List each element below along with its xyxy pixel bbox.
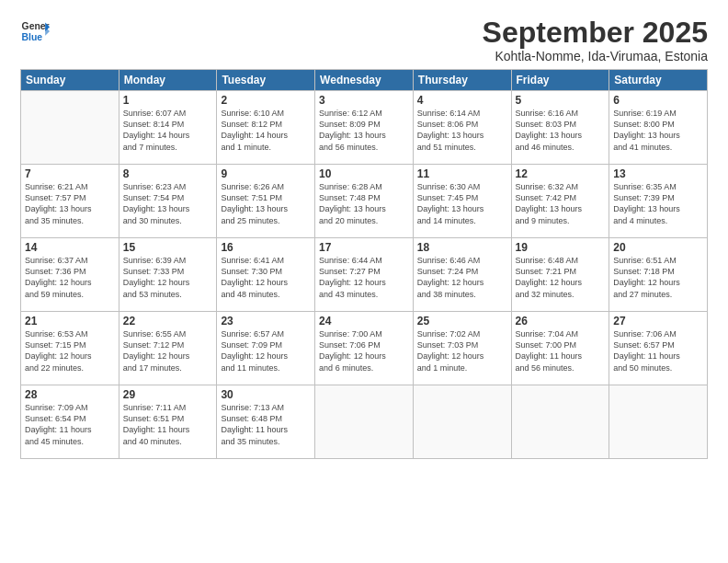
day-number: 20 <box>613 241 703 254</box>
svg-text:Blue: Blue <box>22 32 43 42</box>
week-row-3: 21Sunrise: 6:53 AM Sunset: 7:15 PM Dayli… <box>21 312 708 385</box>
calendar-cell: 1Sunrise: 6:07 AM Sunset: 8:14 PM Daylig… <box>119 91 217 165</box>
weekday-header-tuesday: Tuesday <box>217 70 315 91</box>
calendar-cell: 28Sunrise: 7:09 AM Sunset: 6:54 PM Dayli… <box>21 385 119 459</box>
day-number: 24 <box>319 315 409 327</box>
calendar-cell: 29Sunrise: 7:11 AM Sunset: 6:51 PM Dayli… <box>119 385 217 459</box>
day-info: Sunrise: 7:09 AM Sunset: 6:54 PM Dayligh… <box>25 402 115 447</box>
day-info: Sunrise: 6:37 AM Sunset: 7:36 PM Dayligh… <box>25 255 115 300</box>
day-info: Sunrise: 6:14 AM Sunset: 8:06 PM Dayligh… <box>417 108 507 153</box>
day-number: 11 <box>417 167 507 180</box>
day-info: Sunrise: 6:28 AM Sunset: 7:48 PM Dayligh… <box>319 181 409 226</box>
day-info: Sunrise: 7:06 AM Sunset: 6:57 PM Dayligh… <box>613 328 703 373</box>
day-info: Sunrise: 6:41 AM Sunset: 7:30 PM Dayligh… <box>221 255 311 300</box>
day-info: Sunrise: 6:30 AM Sunset: 7:45 PM Dayligh… <box>417 181 507 226</box>
calendar-cell: 30Sunrise: 7:13 AM Sunset: 6:48 PM Dayli… <box>217 385 315 459</box>
day-info: Sunrise: 7:00 AM Sunset: 7:06 PM Dayligh… <box>319 328 409 373</box>
day-number: 18 <box>417 241 507 254</box>
day-info: Sunrise: 6:46 AM Sunset: 7:24 PM Dayligh… <box>417 255 507 300</box>
day-info: Sunrise: 6:26 AM Sunset: 7:51 PM Dayligh… <box>221 181 311 226</box>
day-number: 25 <box>417 315 507 327</box>
calendar-cell <box>21 91 119 165</box>
day-number: 5 <box>516 94 606 107</box>
day-number: 19 <box>516 241 606 254</box>
calendar-cell: 12Sunrise: 6:32 AM Sunset: 7:42 PM Dayli… <box>511 165 609 238</box>
day-number: 21 <box>25 315 115 327</box>
calendar-cell: 18Sunrise: 6:46 AM Sunset: 7:24 PM Dayli… <box>413 238 511 312</box>
day-info: Sunrise: 6:53 AM Sunset: 7:15 PM Dayligh… <box>25 328 115 373</box>
day-number: 28 <box>25 388 115 401</box>
week-row-0: 1Sunrise: 6:07 AM Sunset: 8:14 PM Daylig… <box>21 91 708 165</box>
calendar-cell: 13Sunrise: 6:35 AM Sunset: 7:39 PM Dayli… <box>609 165 708 238</box>
day-info: Sunrise: 7:02 AM Sunset: 7:03 PM Dayligh… <box>417 328 507 373</box>
day-number: 23 <box>221 315 311 327</box>
day-info: Sunrise: 6:55 AM Sunset: 7:12 PM Dayligh… <box>123 328 213 373</box>
calendar-cell <box>609 385 708 459</box>
day-info: Sunrise: 7:04 AM Sunset: 7:00 PM Dayligh… <box>516 328 606 373</box>
logo: General Blue <box>20 17 50 46</box>
calendar-cell: 17Sunrise: 6:44 AM Sunset: 7:27 PM Dayli… <box>315 238 414 312</box>
day-number: 7 <box>25 167 115 180</box>
calendar-cell: 8Sunrise: 6:23 AM Sunset: 7:54 PM Daylig… <box>119 165 217 238</box>
calendar-cell: 11Sunrise: 6:30 AM Sunset: 7:45 PM Dayli… <box>413 165 511 238</box>
day-info: Sunrise: 6:39 AM Sunset: 7:33 PM Dayligh… <box>123 255 213 300</box>
day-number: 22 <box>123 315 213 327</box>
calendar-cell: 7Sunrise: 6:21 AM Sunset: 7:57 PM Daylig… <box>21 165 119 238</box>
weekday-header-saturday: Saturday <box>609 70 708 91</box>
day-number: 9 <box>221 167 311 180</box>
calendar-cell: 23Sunrise: 6:57 AM Sunset: 7:09 PM Dayli… <box>217 312 315 385</box>
day-number: 17 <box>319 241 409 254</box>
calendar-cell: 21Sunrise: 6:53 AM Sunset: 7:15 PM Dayli… <box>21 312 119 385</box>
day-number: 10 <box>319 167 409 180</box>
calendar-cell: 5Sunrise: 6:16 AM Sunset: 8:03 PM Daylig… <box>511 91 609 165</box>
calendar-cell: 16Sunrise: 6:41 AM Sunset: 7:30 PM Dayli… <box>217 238 315 312</box>
calendar-cell: 4Sunrise: 6:14 AM Sunset: 8:06 PM Daylig… <box>413 91 511 165</box>
weekday-header-sunday: Sunday <box>21 70 119 91</box>
calendar-cell: 22Sunrise: 6:55 AM Sunset: 7:12 PM Dayli… <box>119 312 217 385</box>
weekday-header-wednesday: Wednesday <box>315 70 414 91</box>
day-number: 15 <box>123 241 213 254</box>
calendar-cell: 19Sunrise: 6:48 AM Sunset: 7:21 PM Dayli… <box>511 238 609 312</box>
day-info: Sunrise: 6:19 AM Sunset: 8:00 PM Dayligh… <box>613 108 703 153</box>
day-info: Sunrise: 6:35 AM Sunset: 7:39 PM Dayligh… <box>613 181 703 226</box>
day-number: 26 <box>516 315 606 327</box>
calendar-cell: 2Sunrise: 6:10 AM Sunset: 8:12 PM Daylig… <box>217 91 315 165</box>
day-number: 6 <box>613 94 703 107</box>
calendar-cell: 3Sunrise: 6:12 AM Sunset: 8:09 PM Daylig… <box>315 91 414 165</box>
week-row-4: 28Sunrise: 7:09 AM Sunset: 6:54 PM Dayli… <box>21 385 708 459</box>
weekday-header-friday: Friday <box>511 70 609 91</box>
calendar-cell: 10Sunrise: 6:28 AM Sunset: 7:48 PM Dayli… <box>315 165 414 238</box>
weekday-header-row: SundayMondayTuesdayWednesdayThursdayFrid… <box>21 70 708 91</box>
calendar-cell <box>413 385 511 459</box>
day-number: 14 <box>25 241 115 254</box>
day-number: 29 <box>123 388 213 401</box>
day-number: 27 <box>613 315 703 327</box>
day-number: 16 <box>221 241 311 254</box>
day-info: Sunrise: 6:48 AM Sunset: 7:21 PM Dayligh… <box>516 255 606 300</box>
day-number: 13 <box>613 167 703 180</box>
calendar-cell <box>315 385 414 459</box>
day-info: Sunrise: 6:44 AM Sunset: 7:27 PM Dayligh… <box>319 255 409 300</box>
week-row-1: 7Sunrise: 6:21 AM Sunset: 7:57 PM Daylig… <box>21 165 708 238</box>
day-info: Sunrise: 6:16 AM Sunset: 8:03 PM Dayligh… <box>516 108 606 153</box>
calendar: SundayMondayTuesdayWednesdayThursdayFrid… <box>20 69 708 459</box>
calendar-cell: 26Sunrise: 7:04 AM Sunset: 7:00 PM Dayli… <box>511 312 609 385</box>
title-block: September 2025 Kohtla-Nomme, Ida-Virumaa… <box>483 17 708 63</box>
day-info: Sunrise: 6:12 AM Sunset: 8:09 PM Dayligh… <box>319 108 409 153</box>
calendar-cell: 24Sunrise: 7:00 AM Sunset: 7:06 PM Dayli… <box>315 312 414 385</box>
calendar-cell: 14Sunrise: 6:37 AM Sunset: 7:36 PM Dayli… <box>21 238 119 312</box>
day-info: Sunrise: 6:32 AM Sunset: 7:42 PM Dayligh… <box>516 181 606 226</box>
calendar-cell: 9Sunrise: 6:26 AM Sunset: 7:51 PM Daylig… <box>217 165 315 238</box>
day-info: Sunrise: 7:11 AM Sunset: 6:51 PM Dayligh… <box>123 402 213 447</box>
day-number: 30 <box>221 388 311 401</box>
calendar-cell: 20Sunrise: 6:51 AM Sunset: 7:18 PM Dayli… <box>609 238 708 312</box>
day-number: 4 <box>417 94 507 107</box>
day-info: Sunrise: 6:57 AM Sunset: 7:09 PM Dayligh… <box>221 328 311 373</box>
weekday-header-thursday: Thursday <box>413 70 511 91</box>
day-number: 2 <box>221 94 311 107</box>
calendar-cell <box>511 385 609 459</box>
day-info: Sunrise: 6:23 AM Sunset: 7:54 PM Dayligh… <box>123 181 213 226</box>
day-info: Sunrise: 6:51 AM Sunset: 7:18 PM Dayligh… <box>613 255 703 300</box>
subtitle: Kohtla-Nomme, Ida-Virumaa, Estonia <box>483 49 708 63</box>
calendar-cell: 6Sunrise: 6:19 AM Sunset: 8:00 PM Daylig… <box>609 91 708 165</box>
